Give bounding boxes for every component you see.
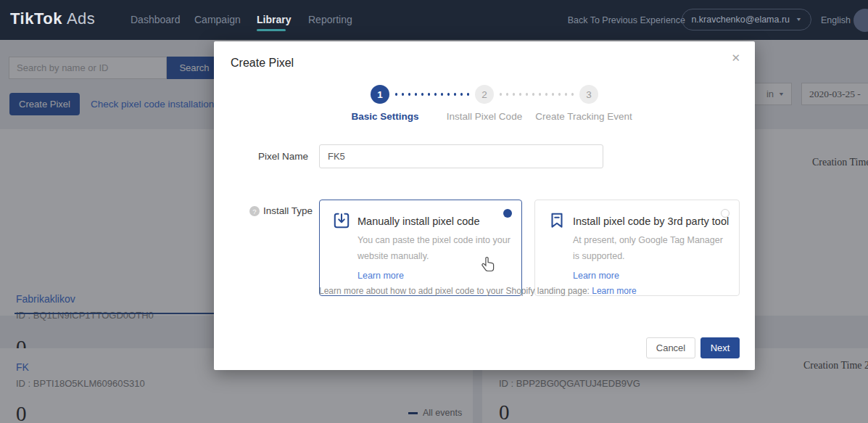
option-description: At present, only Google Tag Manager is s… [573,233,729,265]
step-2-label: Install Pixel Code [447,111,522,122]
cancel-button[interactable]: Cancel [646,337,695,358]
bookmark-icon [547,211,566,233]
question-icon[interactable]: ? [249,206,260,216]
create-pixel-modal: Create Pixel ✕ 1 2 3 Basic Settings Inst… [214,41,755,370]
shopify-note: Learn more about how to add pixel code t… [319,286,637,296]
account-email: n.kravchenko@elama.ru [691,15,790,25]
option-3rd-party-install[interactable]: Install pixel code by 3rd party tool At … [534,200,740,296]
cursor-icon [481,256,497,276]
nav-item-library[interactable]: Library [257,14,291,25]
option-title: Manually install pixel code [357,215,479,227]
pixel-name-label: Pixel Name [243,151,308,162]
nav-item-dashboard[interactable]: Dashboard [131,14,181,25]
modal-title: Create Pixel [231,57,294,70]
tiktok-ads-logo[interactable]: TikTokAds [10,9,95,28]
step-1-circle: 1 [371,85,389,104]
step-3-circle: 3 [579,85,598,104]
download-icon [332,211,351,233]
step-connector [497,93,576,96]
learn-more-link[interactable]: Learn more [573,271,619,281]
step-3-label: Create Tracking Event [535,111,632,122]
active-tab-underline [257,29,286,31]
step-connector [393,93,471,96]
step-2-circle: 2 [475,85,494,104]
learn-more-link[interactable]: Learn more [592,286,636,296]
next-button[interactable]: Next [700,337,740,358]
option-manual-install[interactable]: Manually install pixel code You can past… [319,200,522,296]
avatar[interactable] [853,9,868,32]
option-title: Install pixel code by 3rd party tool [573,215,729,227]
close-icon[interactable]: ✕ [731,52,740,65]
stepper: 1 2 3 [214,85,755,104]
chevron-down-icon: ▼ [795,17,802,22]
step-1-label: Basic Settings [351,111,418,122]
nav-item-campaign[interactable]: Campaign [194,14,241,25]
pixel-name-input[interactable] [319,144,603,168]
learn-more-link[interactable]: Learn more [357,271,404,281]
nav-item-reporting[interactable]: Reporting [308,14,352,25]
account-dropdown[interactable]: n.kravchenko@elama.ru ▼ [682,9,811,30]
top-nav: TikTokAds Dashboard Campaign Library Rep… [0,0,868,40]
radio-selected-icon[interactable] [503,209,512,218]
install-type-label: Install Type [263,205,313,216]
